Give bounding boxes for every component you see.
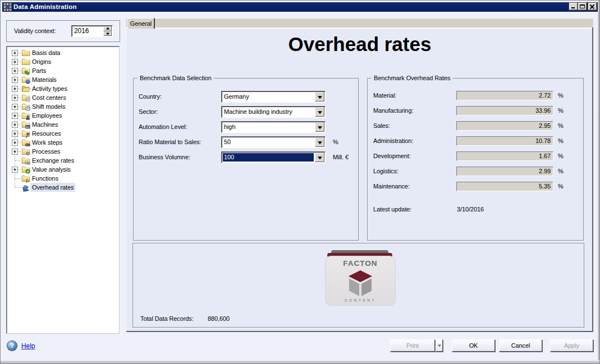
chevron-down-icon[interactable] [315, 92, 324, 102]
expand-icon[interactable] [12, 68, 18, 74]
maintenance-label: Maintenance: [373, 182, 410, 191]
expand-icon[interactable] [12, 167, 18, 173]
titlebar[interactable]: Data Administration [2, 2, 598, 12]
cube-icon [349, 270, 372, 296]
ratio-material-to-sales-label: Ratio Material to Sales: [139, 136, 201, 148]
minimize-button[interactable] [569, 3, 578, 10]
ratio-material-to-sales-combobox[interactable]: 50 [221, 136, 326, 148]
material-label: Material: [373, 91, 396, 100]
tree-item-exchange-rates[interactable]: Exchange rates [7, 156, 119, 165]
tree-item-cost-centers[interactable]: Cost centers [7, 93, 119, 102]
help-icon[interactable]: ? [7, 341, 17, 351]
tree-item-employees[interactable]: Employees [7, 111, 119, 120]
country-combobox[interactable]: Germany [221, 91, 326, 103]
chevron-down-icon[interactable] [315, 122, 324, 132]
folder-coins-icon [21, 156, 30, 165]
tree-item-resources[interactable]: Resources [7, 129, 119, 138]
validity-context-spinner[interactable]: 2016 [71, 25, 113, 37]
percent-suffix: % [333, 136, 338, 148]
data-administration-window: Data Administration Validity context: 20… [0, 0, 600, 364]
tabstrip [126, 18, 593, 27]
window-frame-right [597, 1, 599, 363]
sales-field: 2.95 [456, 121, 553, 131]
window-frame-bottom [1, 360, 599, 363]
tree-item-parts[interactable]: Parts [7, 66, 119, 75]
benchmark-data-selection-group: Benchmark Data Selection Country: German… [133, 78, 359, 241]
latest-update-value: 3/10/2016 [457, 205, 484, 214]
expand-icon[interactable] [12, 122, 18, 128]
navigation-tree[interactable]: Basis data Origins Parts Materials Activ… [6, 46, 120, 334]
chevron-down-icon[interactable] [315, 137, 324, 147]
page-title: Overhead rates [126, 33, 593, 56]
sales-label: Sales: [373, 121, 390, 131]
folder-clock-icon [21, 102, 30, 111]
chevron-down-icon[interactable] [315, 107, 324, 117]
expand-icon[interactable] [12, 140, 18, 146]
tree-item-functions[interactable]: Functions [7, 174, 119, 183]
tree-item-shift-models[interactable]: Shift models [7, 102, 119, 111]
sector-combobox[interactable]: Machine building industry [221, 106, 326, 118]
folder-check-icon [21, 165, 30, 174]
sector-label: Sector: [139, 106, 158, 118]
development-field: 1.67 [456, 151, 553, 161]
tree-item-materials[interactable]: Materials [7, 75, 119, 84]
tree-item-overhead-rates[interactable]: Overhead rates [7, 183, 119, 192]
percent-suffix: % [558, 151, 564, 161]
total-data-records-label: Total Data Records: [140, 314, 194, 323]
folder-coin-icon [21, 93, 30, 102]
latest-update-label: Latest update: [373, 205, 411, 214]
logo-brand-text: FACTON [326, 259, 395, 268]
expand-icon[interactable] [12, 95, 18, 101]
administration-field: 10.78 [456, 136, 553, 146]
percent-suffix: % [558, 167, 564, 176]
ok-button[interactable]: OK [452, 339, 495, 352]
puzzle-icon [21, 183, 30, 192]
print-dropdown-button[interactable] [436, 339, 443, 352]
folder-parts-icon [21, 66, 30, 75]
maximize-button[interactable] [578, 3, 587, 10]
tree-item-value-analysis[interactable]: Value analysis [7, 165, 119, 174]
business-volume-label: Business Volumne: [139, 151, 190, 163]
tree-item-activity-types[interactable]: Activity types [7, 84, 119, 93]
expand-icon[interactable] [12, 149, 18, 155]
mill-euro-suffix: Mill. € [333, 151, 349, 163]
logistics-label: Logistics: [373, 167, 399, 176]
tree-item-origins[interactable]: Origins [7, 57, 119, 66]
expand-icon[interactable] [12, 86, 18, 92]
expand-icon[interactable] [12, 131, 18, 137]
tree-item-machines[interactable]: Machines [7, 120, 119, 129]
facton-content-logo: FACTON CONTENT [326, 256, 395, 305]
expand-icon[interactable] [12, 50, 18, 56]
content-logo-panel: FACTON CONTENT Total Data Records: 880,6… [132, 243, 584, 328]
tree-item-work-steps[interactable]: Work steps [7, 138, 119, 147]
maintenance-field: 5.35 [456, 182, 553, 191]
expand-icon[interactable] [12, 113, 18, 119]
close-button[interactable] [588, 3, 597, 10]
administration-label: Administration: [373, 136, 413, 146]
automation-level-combobox[interactable]: high [221, 121, 326, 133]
expand-icon[interactable] [12, 77, 18, 83]
apply-button[interactable]: Apply [550, 339, 593, 352]
expand-icon[interactable] [12, 104, 18, 110]
tabpage-right-border [592, 27, 593, 332]
cancel-button[interactable]: Cancel [499, 339, 542, 352]
expand-icon[interactable] [12, 59, 18, 65]
print-button[interactable]: Print [390, 339, 435, 352]
tab-general[interactable]: General [127, 18, 155, 29]
validity-context-label: Validity context: [14, 21, 56, 42]
help-link[interactable]: Help [21, 342, 35, 350]
business-volume-combobox[interactable]: 100 [221, 151, 326, 163]
folder-icon [21, 57, 30, 66]
tree-item-basis-data[interactable]: Basis data [7, 48, 119, 57]
manufacturing-field: 33.96 [456, 106, 553, 116]
automation-level-label: Automation Level: [139, 121, 187, 133]
benchmark-overhead-rates-group: Benchmark Overhead Rates Material: 2.72 … [367, 78, 584, 241]
chevron-down-icon[interactable] [315, 153, 324, 162]
logistics-field: 2.99 [456, 167, 553, 176]
group-caption: Benchmark Overhead Rates [372, 75, 452, 82]
spin-up-icon[interactable] [103, 26, 112, 31]
tree-item-processes[interactable]: Processes [7, 147, 119, 156]
validity-context-value[interactable]: 2016 [74, 26, 89, 36]
logo-subtitle-text: CONTENT [326, 298, 395, 302]
spin-down-icon[interactable] [103, 31, 112, 36]
